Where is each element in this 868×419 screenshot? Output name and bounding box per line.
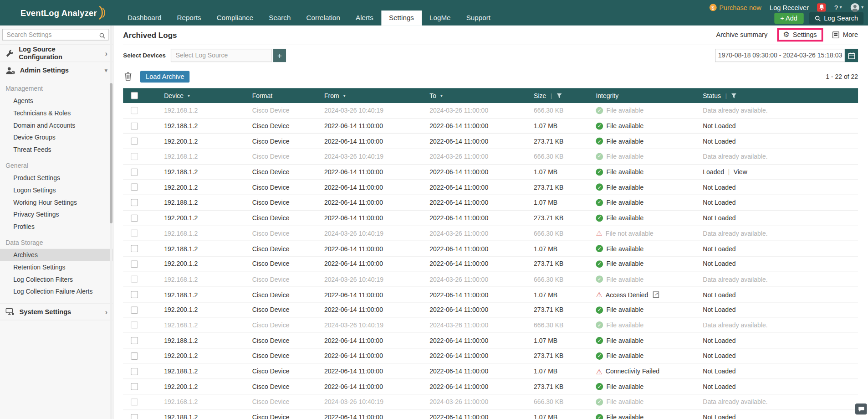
- row-checkbox[interactable]: [131, 352, 138, 360]
- table-row[interactable]: 192.200.1.2Cisco Device2022-06-14 11:00:…: [123, 180, 858, 195]
- tab-reports[interactable]: Reports: [169, 10, 209, 26]
- sidebar-item-privacy-settings[interactable]: Privacy Settings: [0, 208, 113, 221]
- tab-support[interactable]: Support: [459, 10, 498, 26]
- table-row[interactable]: 192.200.1.2Cisco Device2022-06-14 11:00:…: [123, 211, 858, 226]
- filter-funnel-icon[interactable]: [557, 93, 562, 98]
- sidebar-item-domain-and-accounts[interactable]: Domain and Accounts: [0, 119, 113, 131]
- notification-bell-icon[interactable]: [817, 3, 826, 11]
- sidebar-item-log-source-configuration[interactable]: Log Source Configuration: [0, 44, 113, 62]
- sidebar-item-profiles[interactable]: Profiles: [0, 221, 113, 233]
- sidebar-item-logon-settings[interactable]: Logon Settings: [0, 184, 113, 197]
- tab-logme[interactable]: LogMe: [422, 10, 459, 26]
- column-header-format[interactable]: Format: [248, 92, 320, 99]
- row-checkbox[interactable]: [131, 414, 138, 419]
- sidebar-item-log-collection-filters[interactable]: Log Collection Filters: [0, 273, 113, 285]
- row-checkbox[interactable]: [131, 306, 138, 314]
- add-button[interactable]: + Add: [774, 13, 804, 24]
- tab-search[interactable]: Search: [261, 10, 298, 26]
- column-header-to[interactable]: To: [425, 92, 530, 99]
- row-checkbox[interactable]: [131, 260, 138, 268]
- add-device-button[interactable]: +: [273, 49, 286, 62]
- search-settings-input[interactable]: [2, 29, 109, 41]
- sidebar-item-admin-settings[interactable]: Admin Settings: [0, 62, 113, 79]
- row-checkbox[interactable]: [131, 122, 138, 129]
- user-menu[interactable]: [850, 3, 863, 12]
- tab-dashboard[interactable]: Dashboard: [120, 10, 169, 26]
- sidebar-scrollbar-thumb[interactable]: [110, 83, 112, 223]
- row-checkbox[interactable]: [131, 322, 138, 329]
- table-row[interactable]: 192.188.1.2Cisco Device2022-06-14 11:00:…: [123, 165, 858, 180]
- tab-compliance[interactable]: Compliance: [209, 10, 261, 26]
- table-row[interactable]: 192.200.1.2Cisco Device2022-06-14 11:00:…: [123, 257, 858, 272]
- table-row[interactable]: 192.188.1.2Cisco Device2022-06-14 11:00:…: [123, 333, 858, 349]
- column-header-from[interactable]: From: [320, 92, 425, 99]
- row-checkbox[interactable]: [131, 291, 138, 298]
- row-checkbox[interactable]: [131, 107, 138, 114]
- table-row[interactable]: 192.188.1.2Cisco Device2022-06-14 11:00:…: [123, 287, 858, 303]
- column-header-status[interactable]: Status|: [699, 92, 858, 99]
- pagination-text[interactable]: 1 - 22 of 22: [826, 73, 858, 80]
- load-archive-button[interactable]: Load Archive: [140, 71, 190, 83]
- feedback-chat-icon[interactable]: [855, 403, 867, 414]
- filter-funnel-icon[interactable]: [731, 93, 737, 98]
- sidebar-item-threat-feeds[interactable]: Threat Feeds: [0, 144, 113, 156]
- log-search-button[interactable]: Log Search: [809, 12, 863, 25]
- tab-alerts[interactable]: Alerts: [348, 10, 381, 26]
- apps-grid-icon[interactable]: [6, 9, 14, 16]
- sidebar-item-agents[interactable]: Agents: [0, 95, 113, 107]
- row-checkbox[interactable]: [131, 337, 138, 344]
- row-checkbox[interactable]: [131, 153, 138, 160]
- select-all-checkbox[interactable]: [131, 92, 138, 99]
- sidebar-item-log-collection-failure-alerts[interactable]: Log Collection Failure Alerts: [0, 285, 113, 298]
- table-row[interactable]: 192.168.1.2Cisco Device2024-03-26 10:40:…: [123, 395, 858, 410]
- purchase-now-link[interactable]: Purchase now: [709, 4, 761, 11]
- more-button[interactable]: More: [832, 31, 858, 38]
- archive-summary-link[interactable]: Archive summary: [716, 31, 767, 38]
- date-range-input[interactable]: 1970-08-18 09:30:00 - 2024-03-26 15:18:0…: [715, 49, 845, 62]
- table-row[interactable]: 192.168.1.2Cisco Device2024-03-26 10:40:…: [123, 226, 858, 241]
- row-checkbox[interactable]: [131, 184, 138, 191]
- row-checkbox[interactable]: [131, 199, 138, 206]
- tab-settings[interactable]: Settings: [381, 10, 422, 26]
- sidebar-item-retention-settings[interactable]: Retention Settings: [0, 261, 113, 274]
- row-checkbox[interactable]: [131, 368, 138, 375]
- table-row[interactable]: 192.168.1.2Cisco Device2024-03-26 10:40:…: [123, 272, 858, 287]
- sidebar-item-system-settings[interactable]: System Settings: [0, 303, 113, 321]
- table-row[interactable]: 192.168.1.2Cisco Device2024-03-26 10:40:…: [123, 149, 858, 165]
- table-row[interactable]: 192.188.1.2Cisco Device2022-06-14 11:00:…: [123, 119, 858, 134]
- view-link[interactable]: View: [734, 169, 747, 176]
- table-row[interactable]: 192.188.1.2Cisco Device2022-06-14 11:00:…: [123, 241, 858, 257]
- external-link-icon[interactable]: [653, 292, 659, 298]
- table-row[interactable]: 192.200.1.2Cisco Device2022-06-14 11:00:…: [123, 349, 858, 364]
- delete-button[interactable]: [123, 72, 133, 81]
- table-row[interactable]: 192.168.1.2Cisco Device2024-03-26 10:40:…: [123, 318, 858, 333]
- table-row[interactable]: 192.188.1.2Cisco Device2022-06-14 11:00:…: [123, 195, 858, 211]
- sidebar-item-device-groups[interactable]: Device Groups: [0, 131, 113, 144]
- row-checkbox[interactable]: [131, 214, 138, 222]
- sidebar-item-technicians-roles[interactable]: Technicians & Roles: [0, 107, 113, 119]
- log-receiver-link[interactable]: Log Receiver: [770, 4, 809, 11]
- column-header-size[interactable]: Size|: [529, 92, 591, 99]
- sidebar-item-product-settings[interactable]: Product Settings: [0, 172, 113, 184]
- row-checkbox[interactable]: [131, 245, 138, 252]
- table-row[interactable]: 192.168.1.2Cisco Device2024-03-26 10:40:…: [123, 103, 858, 119]
- table-row[interactable]: 192.200.1.2Cisco Device2022-06-14 11:00:…: [123, 134, 858, 149]
- sidebar-item-archives[interactable]: Archives: [0, 249, 113, 261]
- calendar-button[interactable]: [845, 49, 858, 62]
- settings-button[interactable]: Settings: [783, 31, 817, 38]
- column-header-integrity[interactable]: Integrity: [592, 92, 699, 99]
- column-header-device[interactable]: Device: [145, 92, 248, 99]
- row-checkbox[interactable]: [131, 168, 138, 176]
- log-source-input[interactable]: [171, 49, 272, 62]
- table-row[interactable]: 192.188.1.2Cisco Device2022-06-14 11:00:…: [123, 364, 858, 379]
- row-checkbox[interactable]: [131, 230, 138, 237]
- table-row[interactable]: 192.188.1.2Cisco Device2022-06-14 11:00:…: [123, 410, 858, 419]
- table-row[interactable]: 192.200.1.2Cisco Device2022-06-14 11:00:…: [123, 303, 858, 318]
- row-checkbox[interactable]: [131, 276, 138, 283]
- tab-correlation[interactable]: Correlation: [298, 10, 347, 26]
- row-checkbox[interactable]: [131, 383, 138, 390]
- row-checkbox[interactable]: [131, 138, 138, 145]
- sidebar-item-working-hour-settings[interactable]: Working Hour Settings: [0, 196, 113, 208]
- help-menu[interactable]: ?: [834, 4, 842, 11]
- row-checkbox[interactable]: [131, 398, 138, 406]
